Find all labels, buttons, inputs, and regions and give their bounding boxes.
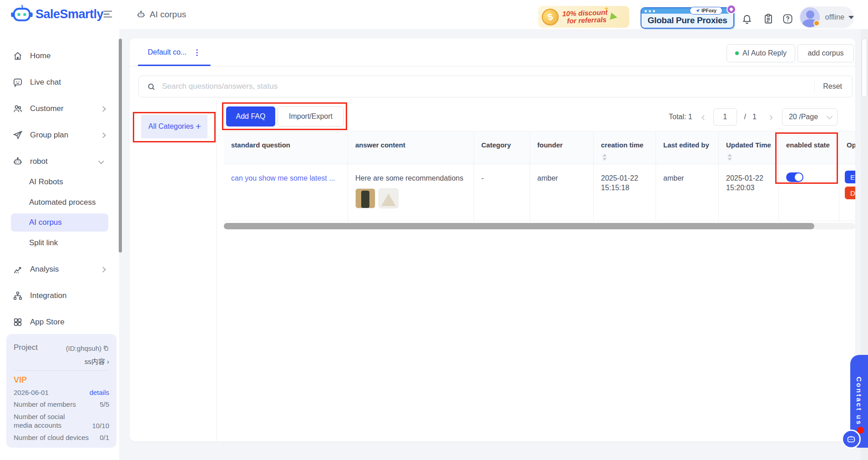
breadcrumb: AI corpus <box>136 0 186 29</box>
help-icon[interactable] <box>782 14 793 24</box>
horizontal-scrollbar-thumb[interactable] <box>224 223 814 229</box>
add-category-icon[interactable]: + <box>196 121 201 132</box>
sidebar-scrollbar[interactable] <box>119 39 122 253</box>
enabled-toggle[interactable] <box>786 172 803 182</box>
topbar: AI corpus ✦ $ 10% discount for referrals… <box>0 0 868 29</box>
chat-icon <box>13 77 23 87</box>
copy-icon[interactable] <box>103 345 109 352</box>
clipboard-icon[interactable] <box>763 13 774 24</box>
col-enabled-state: enabled state <box>779 131 839 164</box>
next-page-icon[interactable]: › <box>767 112 776 121</box>
collapse-sidebar-icon[interactable] <box>103 10 113 19</box>
prev-page-icon[interactable]: ‹ <box>699 112 708 121</box>
cell-last-edited-by: amber <box>656 164 719 221</box>
delete-button[interactable]: D <box>845 187 855 199</box>
analysis-icon <box>13 264 23 274</box>
cell-enabled-state <box>779 164 839 221</box>
proxy-banner-title: Global Pure Proxies <box>641 15 733 25</box>
sidebar-item-integration[interactable]: Integration <box>13 287 106 305</box>
details-link[interactable]: details <box>90 389 109 396</box>
sort-icon[interactable] <box>727 154 732 161</box>
horizontal-scrollbar[interactable] <box>224 223 855 229</box>
cell-category: - <box>474 164 530 221</box>
users-icon <box>13 104 23 114</box>
sidebar: SaleSmartly Home Live chat Customer Grou… <box>0 0 119 460</box>
notification-dot <box>857 427 864 434</box>
col-category: Category <box>474 131 530 164</box>
location-pin-icon <box>727 5 736 14</box>
col-founder: founder <box>530 131 594 164</box>
search-icon <box>147 82 156 91</box>
sidebar-item-ai-robots[interactable]: AI Robots <box>29 173 106 191</box>
sidebar-item-app-store[interactable]: App Store <box>13 313 106 331</box>
sidebar-item-split-link[interactable]: Split link <box>29 234 106 252</box>
answer-image-thumbnail[interactable] <box>355 188 375 208</box>
all-categories-item[interactable]: All Categories + <box>141 115 207 138</box>
page-size-select[interactable]: 20 /Page <box>782 108 838 126</box>
page-number-input[interactable] <box>713 108 737 126</box>
add-faq-button[interactable]: Add FAQ <box>226 106 275 126</box>
sidebar-item-home[interactable]: Home <box>13 47 106 65</box>
add-corpus-button[interactable]: add corpus <box>797 44 854 62</box>
col-creation-time: creation time <box>594 131 656 164</box>
account-menu[interactable]: offline <box>799 6 854 28</box>
col-standard-question: standard question <box>224 131 348 164</box>
sort-icon[interactable] <box>602 154 607 161</box>
project-id: (ID:ghqsuh) <box>66 344 101 352</box>
table-row: can you show me some latest ... Here are… <box>224 164 855 221</box>
edit-button[interactable]: E <box>845 171 855 183</box>
tab-bar: Default co... ⋮ AI Auto Reply add corpus <box>130 38 855 66</box>
project-label: Project <box>14 343 38 352</box>
col-operation: Op <box>839 131 855 164</box>
logo[interactable]: SaleSmartly <box>11 5 103 24</box>
sidebar-item-group-plan[interactable]: Group plan <box>13 126 106 144</box>
quota-label: Number of members <box>14 400 86 408</box>
referral-banner[interactable]: ✦ $ 10% discount for referrals <box>538 6 629 28</box>
reset-button[interactable]: Reset <box>823 82 842 91</box>
tab-default-corpus[interactable]: Default co... ⋮ <box>138 38 211 66</box>
total-value: 1 <box>688 113 692 121</box>
tab-menu-icon[interactable]: ⋮ <box>193 48 201 57</box>
status-dot <box>813 20 820 26</box>
project-name-link[interactable]: ss内容 › <box>14 356 109 366</box>
main-panel: Default co... ⋮ AI Auto Reply add corpus… <box>130 38 855 441</box>
cell-creation-time: 2025-01-22 15:15:18 <box>594 164 656 221</box>
logo-text: SaleSmartly <box>35 7 103 21</box>
pagination: Total: 1 ‹ / 1 › 20 /Page <box>669 108 838 126</box>
table-header-row: standard question answer content Categor… <box>224 131 855 164</box>
notification-bell-icon[interactable] <box>742 13 752 24</box>
quota-value: 0/1 <box>100 434 109 441</box>
ai-auto-reply-button[interactable]: AI Auto Reply <box>727 44 795 62</box>
answer-image-thumbnail[interactable] <box>378 188 399 208</box>
faq-table: standard question answer content Categor… <box>224 131 855 221</box>
page-scrollbar-thumb[interactable] <box>862 38 867 97</box>
sidebar-item-live-chat[interactable]: Live chat <box>13 73 106 91</box>
app-store-icon <box>13 317 23 327</box>
robot-icon <box>136 10 146 19</box>
select-caret-icon <box>827 113 833 119</box>
question-link[interactable]: can you show me some latest ... <box>231 174 335 182</box>
sidebar-item-analysis[interactable]: Analysis <box>13 260 106 278</box>
robot-icon <box>13 157 23 167</box>
quota-label: Number of social media accounts <box>14 412 82 430</box>
salesmartly-robot-icon <box>11 5 33 24</box>
import-export-button[interactable]: Import/Export <box>278 106 344 126</box>
home-icon <box>13 51 23 61</box>
cell-question: can you show me some latest ... <box>224 164 348 221</box>
plane-icon <box>696 9 700 13</box>
sidebar-item-customer[interactable]: Customer <box>13 100 106 118</box>
divider <box>814 81 815 92</box>
play-icon <box>610 13 618 21</box>
col-answer-content: answer content <box>348 131 474 164</box>
tab-active-underline <box>138 65 211 66</box>
proxy-banner[interactable]: Global Pure Proxies IPFoxy <box>641 7 734 29</box>
vip-badge: VIP <box>14 375 109 385</box>
search-bar: Reset <box>138 76 853 97</box>
divider <box>216 100 217 441</box>
search-input[interactable] <box>162 82 814 91</box>
ipfoxy-badge: IPFoxy <box>690 7 722 15</box>
total-label: Total: <box>669 113 686 121</box>
sidebar-item-automated-process[interactable]: Automated process <box>29 193 106 212</box>
sidebar-item-ai-corpus[interactable]: AI corpus <box>29 213 106 232</box>
sidebar-item-robot[interactable]: robot <box>13 152 106 171</box>
